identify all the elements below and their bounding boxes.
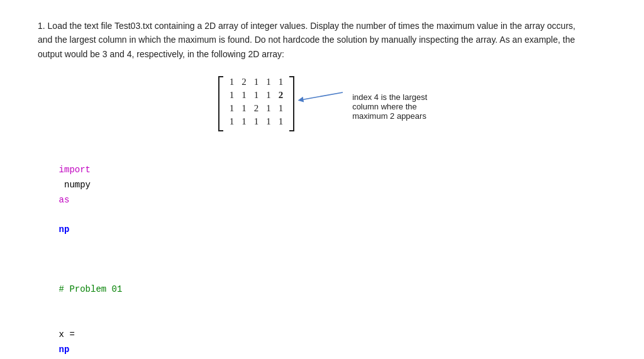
right-bracket-icon <box>287 75 296 132</box>
matrix-annotation: index 4 is the largest column where the … <box>352 84 427 121</box>
code-block: import numpy as np # Problem 01 x = np .… <box>38 148 606 359</box>
description-text: 1. Load the text file Test03.txt contain… <box>38 21 575 59</box>
description: 1. Load the text file Test03.txt contain… <box>38 19 579 61</box>
annotation-arrow-icon <box>296 74 346 130</box>
svg-line-1 <box>301 92 343 100</box>
matrix-row: 1 1 1 1 1 <box>226 115 287 128</box>
annotation-line2: column where the <box>352 102 427 111</box>
annotation-line1: index 4 is the largest <box>352 92 427 102</box>
matrix-row: 1 1 1 1 2 <box>226 89 287 102</box>
keyword-np: np <box>59 224 70 235</box>
annotation-line3: maximum 2 appears <box>352 111 427 121</box>
import-line: import numpy as np <box>38 148 606 253</box>
code-line-x: x = np .loadtxt( 'Test03.txt' ) <box>38 312 606 359</box>
left-bracket-icon <box>217 75 226 132</box>
matrix-row: 1 2 1 1 1 <box>226 75 287 89</box>
comment-line: # Problem 01 <box>38 268 606 312</box>
matrix-section: 1 2 1 1 1 1 1 1 1 2 1 1 2 1 1 1 <box>38 74 606 130</box>
matrix-row: 1 1 2 1 1 <box>226 102 287 115</box>
matrix-wrapper: 1 2 1 1 1 1 1 1 1 2 1 1 2 1 1 1 <box>217 75 296 128</box>
keyword-import: import <box>59 165 91 175</box>
keyword-as: as <box>59 195 70 205</box>
matrix-table: 1 2 1 1 1 1 1 1 1 2 1 1 2 1 1 1 <box>226 75 287 128</box>
blank-line <box>38 253 606 268</box>
